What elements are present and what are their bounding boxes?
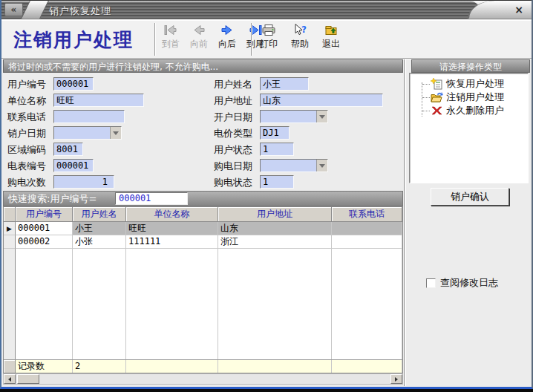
toolbar-separator bbox=[154, 23, 156, 56]
unit-name-field[interactable]: 旺旺 bbox=[53, 94, 144, 107]
tree-connector-line bbox=[422, 82, 422, 117]
field-label-user-status: 用户状态 bbox=[214, 143, 252, 157]
field-label-unit-name: 单位名称 bbox=[7, 94, 46, 108]
go-first-icon bbox=[163, 23, 179, 37]
help-button[interactable]: ? 帮助 bbox=[285, 23, 315, 56]
open-date-field[interactable]: 2013-06-02 bbox=[260, 110, 328, 123]
exit-button[interactable]: 退出 bbox=[316, 23, 346, 56]
cell-unit-name[interactable]: 111111 bbox=[126, 235, 218, 249]
cell-user-name[interactable]: 小张 bbox=[73, 235, 126, 249]
go-previous-button[interactable]: 向前 bbox=[185, 23, 213, 56]
close-date-field[interactable]: - - bbox=[53, 126, 122, 140]
table-row[interactable]: ▶ 000001 小王 旺旺 山东 bbox=[4, 222, 402, 235]
table-row[interactable]: 000002 小张 111111 浙江 bbox=[4, 235, 402, 249]
horizontal-scrollbar[interactable] bbox=[3, 373, 403, 385]
close-date-dropdown-button[interactable] bbox=[110, 127, 121, 139]
purchase-date-field[interactable]: 2013-06-02 bbox=[260, 159, 328, 172]
close-button[interactable]: × bbox=[512, 4, 526, 16]
purchase-date-dropdown-button[interactable] bbox=[316, 160, 327, 172]
phone-field[interactable] bbox=[53, 110, 125, 123]
go-next-button[interactable]: 向后 bbox=[213, 23, 241, 56]
table-empty-area bbox=[4, 249, 402, 359]
table-footer-row: 记录数 2 bbox=[4, 359, 402, 373]
info-bar: 将过时的或不需要的用户进行注销处理, 不允许购电... bbox=[3, 59, 403, 73]
row-selector-marker: ▶ bbox=[4, 222, 16, 235]
print-icon bbox=[261, 23, 277, 37]
scrollbar-thumb[interactable] bbox=[17, 374, 39, 384]
cell-phone[interactable] bbox=[332, 222, 402, 235]
meter-no-field[interactable]: 000001 bbox=[53, 159, 94, 172]
chevron-down-icon bbox=[319, 164, 325, 168]
page-title: 注销用户处理 bbox=[13, 27, 134, 52]
table-header-row: 用户编号 用户姓名 单位名称 用户地址 联系电话 bbox=[4, 207, 402, 222]
view-log-checkbox-row[interactable]: 查阅修改日志 bbox=[426, 276, 498, 290]
chevron-down-icon bbox=[319, 115, 325, 119]
cell-user-address[interactable]: 山东 bbox=[218, 222, 332, 235]
open-date-dropdown-button[interactable] bbox=[316, 111, 327, 122]
quick-search-label: 快速搜索:用户编号= bbox=[8, 193, 97, 204]
tree-item-delete-user[interactable]: 永久删除用户 bbox=[431, 104, 504, 117]
selector-header-cell bbox=[4, 207, 16, 222]
go-first-button[interactable]: 到首 bbox=[157, 23, 185, 56]
field-label-open-date: 开户日期 bbox=[214, 111, 252, 124]
column-header-user-address[interactable]: 用户地址 bbox=[218, 207, 332, 222]
close-account-confirm-button[interactable]: 销户确认 bbox=[431, 188, 509, 206]
cell-user-id[interactable]: 000002 bbox=[16, 235, 73, 249]
user-id-field[interactable]: 000001 bbox=[53, 77, 94, 91]
cell-user-address[interactable]: 浙江 bbox=[218, 235, 332, 249]
tree-item-label: 注销用户处理 bbox=[446, 91, 504, 104]
toolbar-separator bbox=[251, 23, 252, 56]
go-previous-label: 向前 bbox=[190, 38, 208, 50]
purchase-count-field[interactable]: 1 bbox=[53, 175, 114, 189]
field-label-user-id: 用户编号 bbox=[7, 78, 46, 91]
cell-phone[interactable] bbox=[332, 235, 402, 249]
field-label-purchase-count: 购电次数 bbox=[7, 176, 46, 189]
quick-search-input[interactable]: 000001 bbox=[115, 192, 188, 205]
go-previous-icon bbox=[191, 23, 207, 37]
field-label-close-date: 销户日期 bbox=[7, 127, 46, 140]
cell-user-name[interactable]: 小王 bbox=[73, 222, 126, 235]
scroll-right-button[interactable] bbox=[390, 374, 402, 384]
print-button[interactable]: 打印 bbox=[254, 23, 284, 56]
cell-unit-name[interactable]: 旺旺 bbox=[126, 222, 218, 235]
field-label-purchase-date: 购电日期 bbox=[214, 160, 252, 173]
column-header-user-id[interactable]: 用户编号 bbox=[16, 207, 73, 222]
user-name-field[interactable]: 小王 bbox=[260, 77, 309, 91]
tree-item-label: 永久删除用户 bbox=[446, 104, 504, 117]
column-header-phone[interactable]: 联系电话 bbox=[332, 207, 402, 222]
column-header-unit-name[interactable]: 单位名称 bbox=[126, 207, 218, 222]
help-icon: ? bbox=[292, 23, 308, 37]
window-inner: « 销户恢复处理 × 注销用户处理 到首 向前 向后 bbox=[0, 0, 533, 389]
view-log-checkbox-label: 查阅修改日志 bbox=[440, 276, 498, 290]
toolbar: 注销用户处理 到首 向前 向后 到尾 bbox=[1, 20, 532, 59]
user-address-field[interactable]: 山东 bbox=[260, 94, 383, 107]
deregister-user-icon bbox=[431, 91, 443, 103]
application-window: « 销户恢复处理 × 注销用户处理 到首 向前 向后 bbox=[0, 0, 533, 392]
title-bar[interactable]: « 销户恢复处理 × bbox=[1, 0, 532, 19]
price-type-field[interactable]: DJ1 bbox=[260, 126, 290, 140]
arrow-right-icon bbox=[395, 377, 398, 382]
quick-search-bar: 快速搜索:用户编号= 000001 bbox=[3, 191, 403, 206]
window-title: 销户恢复处理 bbox=[49, 4, 111, 18]
delete-user-icon bbox=[431, 105, 443, 117]
user-status-field[interactable]: 1 bbox=[260, 143, 294, 156]
field-label-price-type: 电价类型 bbox=[214, 127, 252, 140]
restore-user-icon bbox=[431, 78, 443, 90]
field-label-phone: 联系电话 bbox=[7, 111, 46, 124]
tree-item-restore-user[interactable]: 恢复用户处理 bbox=[431, 77, 504, 91]
go-next-label: 向后 bbox=[218, 38, 236, 50]
area-code-field[interactable]: 8001 bbox=[53, 143, 83, 156]
panel-divider bbox=[404, 59, 406, 386]
checkbox-icon[interactable] bbox=[426, 278, 436, 288]
record-count-value: 2 bbox=[73, 360, 126, 373]
go-first-label: 到首 bbox=[162, 38, 180, 50]
scroll-left-button[interactable] bbox=[4, 374, 16, 384]
chevron-down-icon bbox=[113, 131, 119, 135]
tree-item-deregister-user[interactable]: 注销用户处理 bbox=[431, 91, 504, 104]
user-detail-form: 用户编号 000001 单位名称 旺旺 联系电话 销户日期 - - 区域编码 8… bbox=[3, 73, 403, 191]
help-label: 帮助 bbox=[291, 38, 309, 50]
column-header-user-name[interactable]: 用户姓名 bbox=[73, 207, 126, 222]
purchase-status-field[interactable]: 1 bbox=[260, 175, 294, 189]
cell-user-id[interactable]: 000001 bbox=[16, 222, 73, 235]
exit-icon bbox=[323, 23, 339, 37]
